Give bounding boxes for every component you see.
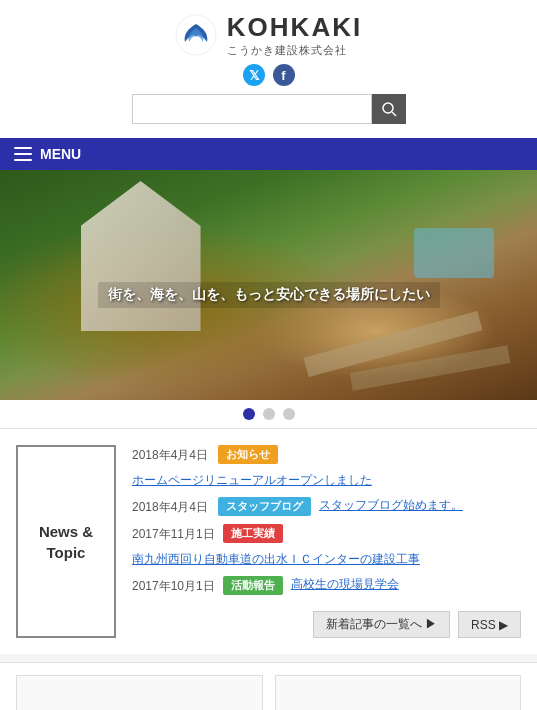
news-tag-report: 活動報告 <box>223 576 283 595</box>
twitter-icon[interactable]: 𝕏 <box>243 64 265 86</box>
news-date: 2018年4月4日 <box>132 497 210 516</box>
search-icon <box>381 101 397 117</box>
news-link[interactable]: ホームページリニューアルオープンしました <box>132 472 372 489</box>
facebook-icon[interactable]: f <box>273 64 295 86</box>
news-item: 2017年10月1日 活動報告 高校生の現場見学会 <box>132 576 521 595</box>
news-tag-blog: スタッフブログ <box>218 497 311 516</box>
logo-text-area: KOHKAKI こうかき建設株式会社 <box>227 12 362 58</box>
bottom-box-right <box>275 675 522 710</box>
hamburger-icon <box>14 147 32 161</box>
news-link[interactable]: スタッフブログ始めます。 <box>319 497 463 514</box>
news-item: 2018年4月4日 スタッフブログ スタッフブログ始めます。 <box>132 497 521 516</box>
hero-pool <box>414 228 494 278</box>
hero-dot-1[interactable] <box>243 408 255 420</box>
news-item: 2017年11月1日 施工実績 南九州西回り自動車道の出水ＩＣインターの建設工事 <box>132 524 521 568</box>
news-items: 2018年4月4日 お知らせ ホームページリニューアルオープンしました 2018… <box>132 445 521 638</box>
nav-bar[interactable]: MENU <box>0 138 537 170</box>
logo-icon <box>175 14 217 56</box>
search-button[interactable] <box>372 94 406 124</box>
news-link[interactable]: 南九州西回り自動車道の出水ＩＣインターの建設工事 <box>132 551 420 568</box>
news-label: News & Topic <box>16 445 116 638</box>
news-date: 2017年10月1日 <box>132 576 215 595</box>
news-tag-info: お知らせ <box>218 445 278 464</box>
logo-title: KOHKAKI <box>227 12 362 43</box>
news-date: 2017年11月1日 <box>132 524 215 543</box>
menu-label: MENU <box>40 146 81 162</box>
hero-image: 街を、海を、山を、もっと安心できる場所にしたい <box>0 170 537 400</box>
news-footer: 新着記事の一覧へ ▶ RSS ▶ <box>132 611 521 638</box>
search-input[interactable] <box>132 94 372 124</box>
hero-pagination <box>0 400 537 428</box>
social-icons: 𝕏 f <box>0 64 537 86</box>
more-articles-button[interactable]: 新着記事の一覧へ ▶ <box>313 611 450 638</box>
news-item: 2018年4月4日 お知らせ ホームページリニューアルオープンしました <box>132 445 521 489</box>
search-area <box>0 94 537 124</box>
news-tag-work: 施工実績 <box>223 524 283 543</box>
news-section: News & Topic 2018年4月4日 お知らせ ホームページリニューアル… <box>0 428 537 654</box>
svg-line-2 <box>392 112 396 116</box>
bottom-bar <box>0 662 537 710</box>
hero-dot-3[interactable] <box>283 408 295 420</box>
hero-tagline: 街を、海を、山を、もっと安心できる場所にしたい <box>98 282 440 308</box>
rss-button[interactable]: RSS ▶ <box>458 611 521 638</box>
logo-subtitle: こうかき建設株式会社 <box>227 43 362 58</box>
logo-area: KOHKAKI こうかき建設株式会社 <box>0 12 537 58</box>
news-link[interactable]: 高校生の現場見学会 <box>291 576 399 593</box>
hero-dot-2[interactable] <box>263 408 275 420</box>
news-date: 2018年4月4日 <box>132 445 210 464</box>
svg-point-1 <box>383 103 393 113</box>
bottom-box-left <box>16 675 263 710</box>
header: KOHKAKI こうかき建設株式会社 𝕏 f <box>0 0 537 138</box>
